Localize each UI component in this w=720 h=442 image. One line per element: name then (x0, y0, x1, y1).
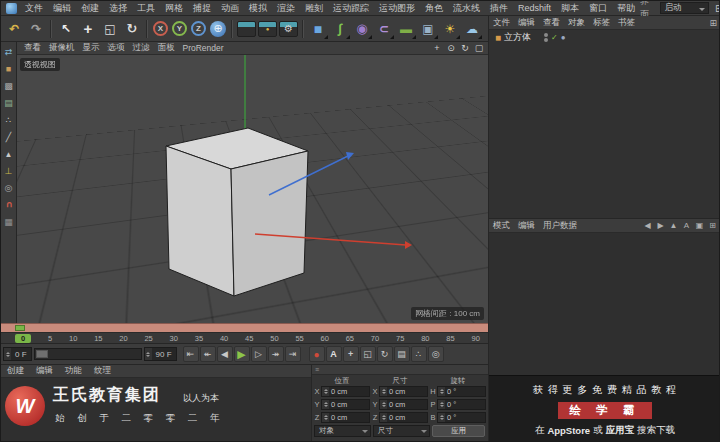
primitive-cube-tool[interactable]: ■ (308, 19, 328, 39)
menu-item[interactable]: 雕刻 (300, 2, 328, 15)
floor-object-tool[interactable]: ▬ (396, 19, 416, 39)
coordinate-field[interactable]: 0 cm (321, 399, 370, 410)
toolbar-separator[interactable] (302, 20, 304, 38)
next-frame-button[interactable]: ▷ (251, 346, 267, 362)
spinner[interactable] (438, 413, 445, 422)
viewport-menu-item[interactable]: 选项 (104, 42, 129, 54)
play-forward-button[interactable]: ▶ (234, 346, 250, 362)
menu-item[interactable]: 运动图形 (374, 2, 420, 15)
coordinate-field[interactable]: 0 cm (379, 399, 428, 410)
panel-menu-icon[interactable]: ⊞ (707, 221, 718, 230)
layout-preset-dropdown[interactable]: 启动 (660, 2, 710, 14)
menu-item[interactable]: 帮助 (612, 2, 640, 15)
spinner[interactable] (380, 413, 387, 422)
bend-deformer-tool[interactable]: ⊂ (374, 19, 394, 39)
menu-item[interactable]: 工具 (132, 2, 160, 15)
y-axis-lock-button[interactable]: Y (172, 21, 187, 36)
light-object-tool[interactable]: ☀ (440, 19, 460, 39)
object-manager-menu-item[interactable]: 对象 (564, 17, 589, 29)
lock-icon[interactable]: ▣ (694, 221, 705, 230)
viewport-canvas[interactable]: 透视视图 网格间距 : 100 cm (17, 55, 488, 323)
coordinate-space-dropdown[interactable]: 对象 (314, 425, 371, 437)
cube-right-face[interactable] (231, 151, 308, 296)
spinner[interactable] (322, 387, 329, 396)
model-mode-button[interactable]: ■ (3, 63, 15, 75)
timeline-slider[interactable] (34, 348, 142, 360)
menu-item[interactable]: 渲染 (272, 2, 300, 15)
coordinate-system-button[interactable]: ⊕ (210, 21, 226, 37)
layout-grid-icon[interactable]: ⊞ (713, 3, 720, 14)
texture-mode-button[interactable]: ▩ (3, 80, 15, 92)
coordinate-field[interactable]: 0 ° (437, 386, 486, 397)
keyframe-selection-button[interactable]: ◎ (428, 346, 444, 362)
key-pla-toggle[interactable]: ∴ (411, 346, 427, 362)
material-manager-content[interactable]: W 王氏教育集团 以人为本 始 创 于 二 零 零 二 年 (1, 378, 311, 442)
timeline-range-bar[interactable] (1, 323, 488, 332)
move-tool[interactable]: + (78, 19, 98, 39)
material-menu-item[interactable]: 纹理 (88, 365, 117, 377)
go-to-end-button[interactable]: ⇥ (285, 346, 301, 362)
viewport-solo-button[interactable]: ◎ (3, 182, 15, 194)
object-manager-menu-item[interactable]: 查看 (539, 17, 564, 29)
parent-up-icon[interactable]: ▲ (668, 221, 679, 230)
record-keyframe-button[interactable]: ● (309, 346, 325, 362)
snap-toggle-button[interactable]: ∪ (3, 199, 15, 211)
spline-pen-tool[interactable]: ∫ (330, 19, 350, 39)
edges-mode-button[interactable]: ╱ (3, 131, 15, 143)
spinner[interactable] (380, 400, 387, 409)
viewport-menu-item[interactable]: 显示 (79, 42, 104, 54)
pan-view-icon[interactable]: + (431, 43, 443, 54)
coordinate-field[interactable]: 0 cm (321, 412, 370, 423)
points-mode-button[interactable]: ∴ (3, 114, 15, 126)
cube-left-face[interactable] (166, 146, 234, 296)
zoom-view-icon[interactable]: ⊙ (445, 43, 457, 54)
spinner[interactable] (145, 348, 152, 360)
end-frame-field[interactable]: 90 F (144, 347, 177, 361)
object-manager-menu-item[interactable]: 编辑 (514, 17, 539, 29)
menu-item[interactable]: 网格 (160, 2, 188, 15)
attribute-manager-tab[interactable]: 模式 (489, 220, 514, 232)
coordinate-field[interactable]: 0 ° (437, 412, 486, 423)
menu-item[interactable]: 角色 (420, 2, 448, 15)
material-menu-item[interactable]: 创建 (1, 365, 30, 377)
coordinate-field[interactable]: 0 cm (379, 386, 428, 397)
object-row-cube[interactable]: ■ 立方体 ✓ ● (489, 30, 720, 45)
phong-tag-icon[interactable]: ● (561, 33, 566, 42)
viewport-menu-item[interactable]: 过滤 (129, 42, 154, 54)
history-forward-icon[interactable]: ▶ (655, 221, 666, 230)
toggle-views-icon[interactable]: ▢ (473, 43, 485, 54)
polygons-mode-button[interactable]: ▲ (3, 148, 15, 160)
material-menu-item[interactable]: 编辑 (30, 365, 59, 377)
viewport-menu-item[interactable]: 面板 (154, 42, 179, 54)
enabled-check-icon[interactable]: ✓ (551, 33, 558, 42)
menu-item[interactable]: 编辑 (48, 2, 76, 15)
previous-frame-button[interactable]: ◀ (217, 346, 233, 362)
viewport-menu-item[interactable]: 摄像机 (45, 42, 79, 54)
menu-item[interactable]: 运动跟踪 (328, 2, 374, 15)
coordinate-field[interactable]: 0 ° (437, 399, 486, 410)
key-rotation-toggle[interactable]: ↻ (377, 346, 393, 362)
live-selection-tool[interactable]: ↖ (56, 19, 76, 39)
key-scale-toggle[interactable]: ◱ (360, 346, 376, 362)
autokey-toggle[interactable]: A (326, 346, 342, 362)
object-manager-menu-item[interactable]: 文件 (489, 17, 514, 29)
spinner[interactable] (380, 387, 387, 396)
menu-item[interactable]: 插件 (485, 2, 513, 15)
toolbar-separator[interactable] (231, 20, 233, 38)
x-axis-lock-button[interactable]: X (153, 21, 168, 36)
undo-button[interactable]: ↶ (4, 19, 24, 39)
timeline-slider-handle[interactable] (36, 350, 48, 358)
object-name[interactable]: 立方体 (504, 31, 531, 44)
render-picture-viewer-button[interactable]: ● (258, 21, 277, 37)
material-menu-item[interactable]: 功能 (59, 365, 88, 377)
viewport-menu-item[interactable]: 查看 (20, 42, 45, 54)
spinner[interactable] (322, 400, 329, 409)
visibility-dots[interactable] (544, 33, 548, 42)
menu-item[interactable]: 创建 (76, 2, 104, 15)
camera-object-tool[interactable]: ▣ (418, 19, 438, 39)
current-frame-field[interactable]: 0 F (3, 347, 32, 361)
toolbar-separator[interactable] (146, 20, 148, 38)
spinner[interactable] (438, 400, 445, 409)
menu-item[interactable]: 流水线 (448, 2, 485, 15)
attribute-manager-tab[interactable]: 编辑 (514, 220, 539, 232)
